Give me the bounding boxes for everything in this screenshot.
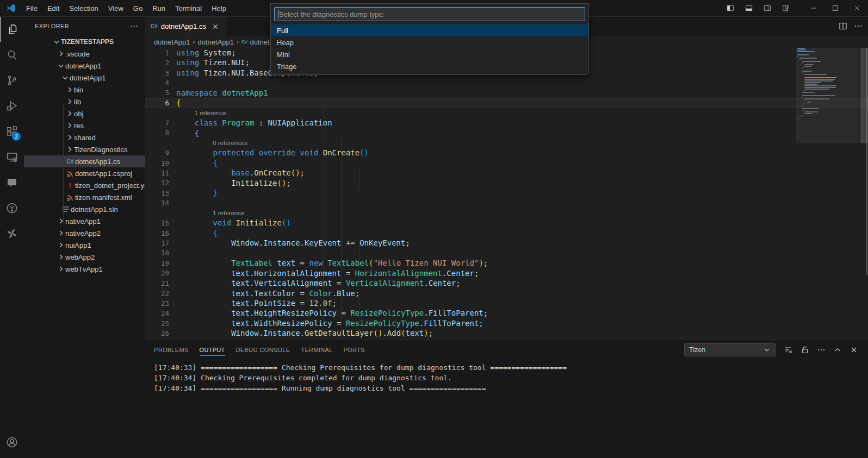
menu-terminal[interactable]: Terminal [170, 0, 207, 16]
code-line-22[interactable]: 22 text.TextColor = Color.Blue; [145, 288, 868, 298]
code-editor[interactable]: 1using System;2using Tizen.NUI;3using Ti… [145, 48, 868, 340]
more-actions-icon[interactable] [816, 344, 827, 355]
tree-item-dotnetapp1-cs[interactable]: C#dotnetApp1.cs [24, 155, 145, 167]
menu-selection[interactable]: Selection [64, 0, 103, 16]
output-log[interactable]: [17:40:33] ================== Checking P… [145, 359, 868, 394]
code-line-23[interactable]: 23 text.PointSize = 12.0f; [145, 298, 868, 308]
clear-output-icon[interactable] [783, 344, 794, 355]
activity-tizen-pinwheel-icon[interactable] [0, 221, 24, 246]
panel-tab-debug-console[interactable]: DEBUG CONSOLE [236, 340, 290, 359]
panel-tab-output[interactable]: OUTPUT [200, 340, 225, 359]
vscode-window: FileEditSelectionViewGoRunTerminalHelp 2… [0, 0, 868, 458]
codelens-row[interactable]: 1 reference [145, 108, 868, 118]
code-line-14[interactable]: 14 [145, 198, 868, 208]
code-line-19[interactable]: 19 TextLabel text = new TextLabel("Hello… [145, 258, 868, 268]
menu-edit[interactable]: Edit [42, 0, 64, 16]
code-line-15[interactable]: 15 void Initialize() [145, 218, 868, 228]
tree-item--vscode[interactable]: .vscode [24, 48, 145, 60]
activity-search-icon[interactable] [0, 42, 24, 67]
activity-remote-target-icon[interactable] [0, 144, 24, 170]
breadcrumb-item[interactable]: dotnetApp1 [154, 38, 190, 46]
activity-account-icon[interactable] [0, 429, 24, 455]
code-line-9[interactable]: 9 protected override void OnCreate() [145, 148, 868, 158]
explorer-more-actions-icon[interactable]: ⋯ [130, 21, 139, 31]
code-line-16[interactable]: 16 { [145, 228, 868, 238]
panel-tab-terminal[interactable]: TERMINAL [301, 340, 332, 359]
tree-item-obj[interactable]: obj [24, 108, 145, 120]
quick-pick-item-triage[interactable]: Triage [271, 60, 588, 72]
menu-run[interactable]: Run [147, 0, 170, 16]
tree-item-dotnetapp1-sln[interactable]: dotnetApp1.sln [24, 203, 145, 215]
scrollbar-thumb[interactable] [860, 48, 868, 143]
code-line-26[interactable]: 26 Window.Instance.GetDefaultLayer().Add… [145, 328, 868, 338]
toggle-primary-sidebar-icon[interactable] [721, 0, 740, 16]
codelens-row[interactable]: 0 references [145, 138, 868, 148]
tree-item-tizendiagnostics[interactable]: TizenDiagnostics [24, 143, 145, 155]
breadcrumb-item[interactable]: dotnetApp1 [198, 38, 234, 46]
tree-item-tizen-manifest-xml[interactable]: tizen-manifest.xml [24, 191, 145, 203]
code-line-5[interactable]: 5namespace dotnetApp1 [145, 88, 868, 98]
code-line-6[interactable]: 6{ [145, 98, 868, 108]
tree-item-nativeapp2[interactable]: nativeApp2 [24, 227, 145, 239]
tree-item-tizentestapps[interactable]: TIZENTESTAPPS [24, 36, 145, 48]
quick-pick-item-heap[interactable]: Heap [271, 36, 588, 48]
unlock-icon[interactable] [799, 344, 810, 355]
menu-help[interactable]: Help [207, 0, 231, 16]
code-line-21[interactable]: 21 text.VerticalAlignment = VerticalAlig… [145, 278, 868, 288]
code-line-7[interactable]: 7 class Program : NUIApplication [145, 118, 868, 128]
quick-pick-item-full[interactable]: Full [271, 24, 588, 36]
code-line-12[interactable]: 12 Initialize(); [145, 178, 868, 188]
activity-csharp-icon[interactable]: C [0, 170, 24, 195]
toggle-panel-icon[interactable] [740, 0, 758, 16]
tree-item-dotnetapp1[interactable]: dotnetApp1 [24, 72, 145, 84]
menu-view[interactable]: View [103, 0, 128, 16]
tree-item-tizen-dotnet-project-yaml[interactable]: !tizen_dotnet_project.yaml [24, 179, 145, 191]
codelens-row[interactable]: 1 reference [145, 208, 868, 218]
close-panel-icon[interactable] [848, 344, 859, 355]
quick-pick-item-mini[interactable]: Mini [271, 48, 588, 60]
panel-tab-ports[interactable]: PORTS [343, 340, 364, 359]
quick-pick-input[interactable]: Select the diagnostics dump type: [274, 7, 585, 21]
code-line-10[interactable]: 10 { [145, 158, 868, 168]
code-line-13[interactable]: 13 } [145, 188, 868, 198]
tree-item-webtvapp1[interactable]: webTvApp1 [24, 263, 145, 275]
code-line-20[interactable]: 20 text.HorizontalAlignment = Horizontal… [145, 268, 868, 278]
activity-explorer-icon[interactable] [0, 16, 24, 42]
split-editor-icon[interactable] [839, 22, 847, 30]
activity-tizen-certificate-icon[interactable] [0, 195, 24, 221]
editor-scrollbar[interactable] [860, 48, 868, 340]
panel-tab-problems[interactable]: PROBLEMS [154, 340, 189, 359]
activity-extensions-icon[interactable]: 2 [0, 118, 24, 144]
customize-layout-icon[interactable] [777, 0, 795, 16]
menu-file[interactable]: File [21, 0, 42, 16]
output-channel-select[interactable]: Tizen [684, 343, 776, 356]
maximize-icon[interactable] [824, 0, 846, 16]
tree-item-dotnetapp1[interactable]: dotnetApp1 [24, 60, 145, 72]
code-line-11[interactable]: 11 base.OnCreate(); [145, 168, 868, 178]
tree-item-shared[interactable]: shared [24, 131, 145, 143]
maximize-panel-icon[interactable] [832, 344, 843, 355]
code-line-17[interactable]: 17 Window.Instance.KeyEvent += OnKeyEven… [145, 238, 868, 248]
code-line-25[interactable]: 25 text.WidthResizePolicy = ResizePolicy… [145, 318, 868, 328]
minimap[interactable] [797, 48, 858, 120]
tree-item-lib[interactable]: lib [24, 96, 145, 108]
code-line-24[interactable]: 24 text.HeightResizePolicy = ResizePolic… [145, 308, 868, 318]
code-line-8[interactable]: 8 { [145, 128, 868, 138]
tree-item-nuiapp1[interactable]: nuiApp1 [24, 239, 145, 251]
tab-dotnetapp1cs[interactable]: C# dotnetApp1.cs [145, 16, 226, 36]
editor-more-actions-icon[interactable] [854, 22, 863, 30]
tree-item-dotnetapp1-csproj[interactable]: dotnetApp1.csproj [24, 167, 145, 179]
tab-close-icon[interactable] [210, 22, 220, 32]
tree-item-nativeapp1[interactable]: nativeApp1 [24, 215, 145, 227]
tree-item-webapp2[interactable]: webApp2 [24, 251, 145, 263]
tree-item-res[interactable]: res [24, 120, 145, 131]
toggle-secondary-sidebar-icon[interactable] [758, 0, 777, 16]
code-line-4[interactable]: 4 [145, 78, 868, 87]
close-icon[interactable] [846, 0, 868, 16]
activity-source-control-icon[interactable] [0, 67, 24, 93]
minimize-icon[interactable] [803, 0, 824, 16]
tree-item-bin[interactable]: bin [24, 84, 145, 96]
menu-go[interactable]: Go [128, 0, 147, 16]
activity-run-debug-icon[interactable] [0, 93, 24, 118]
code-line-18[interactable]: 18 [145, 248, 868, 258]
